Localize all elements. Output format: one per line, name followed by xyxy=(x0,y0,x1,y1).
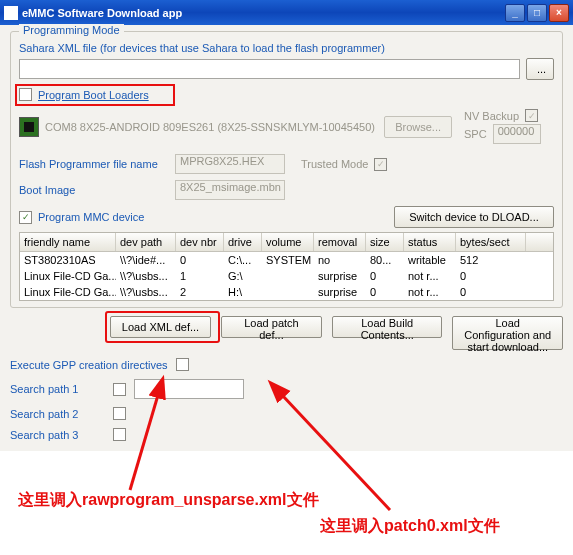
trusted-mode-checkbox: ✓ xyxy=(374,158,387,171)
programming-mode-group: Programming Mode Sahara XML file (for de… xyxy=(10,31,563,308)
minimize-button[interactable]: _ xyxy=(505,4,525,22)
search-path-3-checkbox[interactable] xyxy=(113,428,126,441)
table-cell: Linux File-CD Ga... xyxy=(20,268,116,284)
close-button[interactable]: × xyxy=(549,4,569,22)
col-header[interactable]: dev path xyxy=(116,233,176,251)
sahara-label: Sahara XML file (for devices that use Sa… xyxy=(19,42,554,54)
table-cell: Linux File-CD Ga... xyxy=(20,284,116,300)
table-cell: H:\ xyxy=(224,284,262,300)
table-cell: 512 xyxy=(456,252,526,268)
table-cell: no xyxy=(314,252,366,268)
table-cell: not r... xyxy=(404,284,456,300)
spc-label: SPC xyxy=(464,128,487,140)
table-row[interactable]: ST3802310AS\\?\ide#...0C:\...SYSTEMno80.… xyxy=(20,252,553,268)
checkbox-icon: ✓ xyxy=(19,211,32,224)
table-cell xyxy=(262,268,314,284)
search-path-1-checkbox[interactable] xyxy=(113,383,126,396)
search-path-2-label: Search path 2 xyxy=(10,408,105,420)
mmc-label: Program MMC device xyxy=(38,211,144,223)
boot-image-label: Boot Image xyxy=(19,184,169,196)
flash-prog-label: Flash Programmer file name xyxy=(19,158,169,170)
flash-prog-value: MPRG8X25.HEX xyxy=(175,154,285,174)
table-cell: \\?\usbs... xyxy=(116,268,176,284)
nv-backup-checkbox: ✓ xyxy=(525,109,538,122)
table-cell: SYSTEM xyxy=(262,252,314,268)
load-config-button[interactable]: Load Configuration and start download... xyxy=(452,316,563,350)
table-cell: 0 xyxy=(366,284,404,300)
gpp-label: Execute GPP creation directives xyxy=(10,359,168,371)
table-row[interactable]: Linux File-CD Ga...\\?\usbs...2H:\surpri… xyxy=(20,284,553,300)
table-cell: 1 xyxy=(176,268,224,284)
table-cell xyxy=(262,284,314,300)
sahara-browse-button[interactable]: ... xyxy=(526,58,554,80)
table-cell: writable xyxy=(404,252,456,268)
group-title: Programming Mode xyxy=(19,24,124,36)
table-cell: G:\ xyxy=(224,268,262,284)
mmc-checkbox[interactable]: ✓ Program MMC device xyxy=(19,211,144,224)
load-patch-button[interactable]: Load patch def... xyxy=(221,316,322,338)
device-text: COM8 8X25-ANDROID 809ES261 (8X25-SSNSKML… xyxy=(45,121,378,133)
table-cell: ST3802310AS xyxy=(20,252,116,268)
table-cell: 0 xyxy=(176,252,224,268)
table-cell: \\?\usbs... xyxy=(116,284,176,300)
search-path-1-input[interactable] xyxy=(134,379,244,399)
trusted-mode-label: Trusted Mode xyxy=(301,158,368,170)
col-header[interactable]: size xyxy=(366,233,404,251)
table-cell: 0 xyxy=(456,284,526,300)
annotation-1: 这里调入rawprogram_unsparse.xml文件 xyxy=(18,490,319,511)
col-header[interactable]: drive xyxy=(224,233,262,251)
chip-icon xyxy=(19,117,39,137)
table-cell: 0 xyxy=(366,268,404,284)
window-title: eMMC Software Download app xyxy=(22,7,505,19)
switch-dload-button[interactable]: Switch device to DLOAD... xyxy=(394,206,554,228)
col-header[interactable]: status xyxy=(404,233,456,251)
col-header[interactable]: volume xyxy=(262,233,314,251)
col-header[interactable]: dev nbr xyxy=(176,233,224,251)
gpp-checkbox[interactable] xyxy=(176,358,189,371)
search-path-2-checkbox[interactable] xyxy=(113,407,126,420)
boot-image-value: 8X25_msimage.mbn xyxy=(175,180,285,200)
search-path-3-label: Search path 3 xyxy=(10,429,105,441)
browse-button: Browse... xyxy=(384,116,452,138)
spc-value: 000000 xyxy=(493,124,541,144)
nv-backup-label: NV Backup xyxy=(464,110,519,122)
table-cell: surprise xyxy=(314,284,366,300)
annotation-2: 这里调入patch0.xml文件 xyxy=(320,516,500,537)
app-icon xyxy=(4,6,18,20)
search-path-1-label: Search path 1 xyxy=(10,383,105,395)
table-cell: not r... xyxy=(404,268,456,284)
table-cell: surprise xyxy=(314,268,366,284)
col-header[interactable]: removal xyxy=(314,233,366,251)
table-cell: \\?\ide#... xyxy=(116,252,176,268)
col-header[interactable]: bytes/sect xyxy=(456,233,526,251)
table-cell: C:\... xyxy=(224,252,262,268)
col-header[interactable]: friendly name xyxy=(20,233,116,251)
sahara-xml-input[interactable] xyxy=(19,59,520,79)
table-cell: 0 xyxy=(456,268,526,284)
maximize-button[interactable]: □ xyxy=(527,4,547,22)
title-bar: eMMC Software Download app _ □ × xyxy=(0,0,573,25)
table-cell: 2 xyxy=(176,284,224,300)
device-table: friendly namedev pathdev nbrdrivevolumer… xyxy=(19,232,554,301)
load-build-button[interactable]: Load Build Contents... xyxy=(332,316,443,338)
table-cell: 80... xyxy=(366,252,404,268)
table-row[interactable]: Linux File-CD Ga...\\?\usbs...1G:\surpri… xyxy=(20,268,553,284)
